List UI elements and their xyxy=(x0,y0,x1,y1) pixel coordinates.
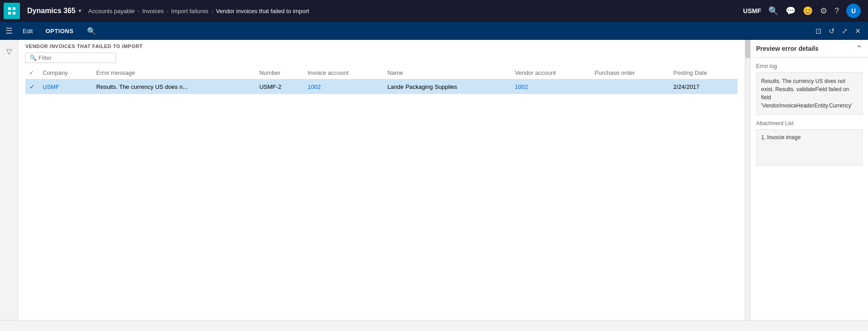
preview-panel: Preview error details ⌃ Error log Result… xyxy=(750,40,868,320)
top-navigation: Dynamics 365 ▾ Accounts payable › Invoic… xyxy=(0,0,868,22)
hamburger-menu[interactable]: ☰ xyxy=(5,26,13,36)
nav-right-controls: USMF 🔍 💬 😊 ⚙ ? U xyxy=(743,4,864,18)
breadcrumb-current: Vendor invoices that failed to import xyxy=(216,8,309,15)
filter-icon[interactable]: ▽ xyxy=(3,44,15,59)
col-posting-date[interactable]: Posting Date xyxy=(670,67,738,79)
breadcrumb-import-failures[interactable]: Import failures xyxy=(171,8,208,15)
breadcrumb-accounts-payable[interactable]: Accounts payable xyxy=(88,8,135,15)
row-purchase-order xyxy=(591,79,670,94)
row-name: Lande Packaging Supplies xyxy=(384,79,511,94)
preview-header: Preview error details ⌃ xyxy=(751,40,868,58)
settings-icon[interactable]: ⚙ xyxy=(820,6,827,16)
edit-button[interactable]: Edit xyxy=(20,26,35,36)
svg-rect-3 xyxy=(13,12,15,15)
preview-body: Error log Results. The currency US does … xyxy=(751,58,868,320)
table-scrollbar[interactable] xyxy=(745,40,750,320)
scroll-thumb[interactable] xyxy=(745,40,750,58)
main-content: VENDOR INVOICES THAT FAILED TO IMPORT 🔍 … xyxy=(18,40,745,320)
col-number[interactable]: Number xyxy=(256,67,304,79)
row-error-message: Results. The currency US does n... xyxy=(93,79,256,94)
row-number: USMF-2 xyxy=(256,79,304,94)
page-header: VENDOR INVOICES THAT FAILED TO IMPORT xyxy=(18,40,745,51)
row-posting-date: 2/24/2017 xyxy=(670,79,738,94)
col-purchase-order[interactable]: Purchase order xyxy=(591,67,670,79)
error-log-content: Results. The currency US does not exist.… xyxy=(756,72,863,115)
page-title: VENDOR INVOICES THAT FAILED TO IMPORT xyxy=(25,44,738,49)
refresh-icon[interactable]: ↺ xyxy=(827,25,836,37)
table-row[interactable]: ✓ USMF Results. The currency US does n..… xyxy=(25,79,738,94)
company-label: USMF xyxy=(743,7,761,15)
table-header-row: ✓ Company Error message Number Invoice a… xyxy=(25,67,738,79)
expand-icon[interactable]: ⤢ xyxy=(840,25,849,37)
svg-rect-0 xyxy=(8,7,11,10)
preview-title: Preview error details xyxy=(756,45,819,52)
chat-icon[interactable]: 💬 xyxy=(786,6,796,16)
breadcrumb-invoices[interactable]: Invoices xyxy=(142,8,164,15)
breadcrumb: Accounts payable › Invoices › Import fai… xyxy=(88,8,740,15)
user-avatar[interactable]: U xyxy=(846,4,861,18)
col-name[interactable]: Name xyxy=(384,67,511,79)
view-toggle-icon[interactable]: ⊡ xyxy=(814,25,823,37)
filter-search-icon: 🔍 xyxy=(29,54,37,61)
col-company[interactable]: Company xyxy=(39,67,93,79)
filter-input[interactable] xyxy=(39,54,112,61)
col-vendor-account[interactable]: Vendor account xyxy=(511,67,591,79)
col-check: ✓ xyxy=(25,67,39,79)
row-company[interactable]: USMF xyxy=(39,79,93,94)
row-checkmark: ✓ xyxy=(25,79,39,94)
row-invoice-account[interactable]: 1002 xyxy=(304,79,384,94)
apps-grid-button[interactable] xyxy=(4,3,20,19)
app-title-chevron: ▾ xyxy=(78,8,81,14)
error-log-section: Error log Results. The currency US does … xyxy=(756,63,863,115)
invoices-table: ✓ Company Error message Number Invoice a… xyxy=(25,67,738,94)
preview-collapse-button[interactable]: ⌃ xyxy=(856,44,863,53)
error-log-label: Error log xyxy=(756,63,863,69)
attachment-list-content: 1, Invocie image xyxy=(756,129,863,166)
bottom-bar xyxy=(0,320,868,331)
action-right-controls: ⊡ ↺ ⤢ ✕ xyxy=(814,25,863,37)
filter-wrapper: 🔍 xyxy=(25,53,116,63)
options-button[interactable]: OPTIONS xyxy=(43,26,76,36)
app-title[interactable]: Dynamics 365 ▾ xyxy=(24,7,85,15)
attachment-list-label: Attachment List xyxy=(756,120,863,127)
attachment-list-section: Attachment List 1, Invocie image xyxy=(756,120,863,166)
help-icon[interactable]: ? xyxy=(834,6,839,16)
content-area: ▽ VENDOR INVOICES THAT FAILED TO IMPORT … xyxy=(0,40,868,320)
table-container: ✓ Company Error message Number Invoice a… xyxy=(18,67,745,320)
row-vendor-account[interactable]: 1002 xyxy=(511,79,591,94)
action-search-icon[interactable]: 🔍 xyxy=(87,27,96,35)
search-icon[interactable]: 🔍 xyxy=(768,6,778,16)
col-error-message[interactable]: Error message xyxy=(93,67,256,79)
col-invoice-account[interactable]: Invoice account xyxy=(304,67,384,79)
action-bar: ☰ Edit OPTIONS 🔍 ⊡ ↺ ⤢ ✕ xyxy=(0,22,868,40)
filter-bar: 🔍 xyxy=(18,51,745,67)
sidebar: ▽ xyxy=(0,40,18,320)
svg-rect-1 xyxy=(13,7,15,10)
close-icon[interactable]: ✕ xyxy=(853,25,863,37)
user-icon[interactable]: 😊 xyxy=(803,6,813,16)
svg-rect-2 xyxy=(8,12,11,15)
